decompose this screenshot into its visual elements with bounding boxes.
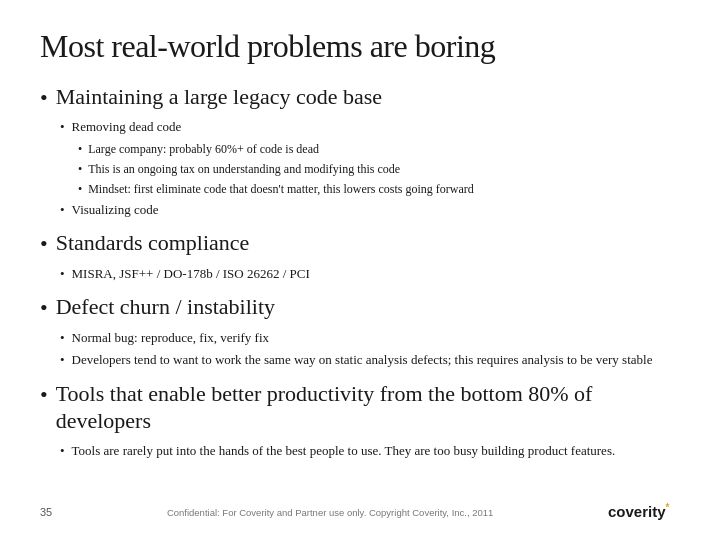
- bullet-d2: • Developers tend to want to work the sa…: [60, 350, 680, 370]
- section-standards: • Standards compliance • MISRA, JSF++ / …: [40, 229, 680, 283]
- bullet-r2: • This is an ongoing tax on understandin…: [78, 160, 680, 178]
- copyright-text: Confidential: For Coverity and Partner u…: [167, 507, 494, 518]
- bullet-marker-3: •: [40, 295, 48, 321]
- marker-d1: •: [60, 328, 65, 348]
- bullet-tools: • Tools that enable better productivity …: [40, 380, 680, 435]
- bullet-marker-2: •: [40, 231, 48, 257]
- bullet-t1: • Tools are rarely put into the hands of…: [60, 441, 680, 461]
- text-d2: Developers tend to want to work the same…: [72, 350, 653, 370]
- marker-misra: •: [60, 264, 65, 284]
- bullet-defect: • Defect churn / instability: [40, 293, 680, 321]
- marker-t1: •: [60, 441, 65, 461]
- slide: Most real-world problems are boring • Ma…: [0, 0, 720, 540]
- logo: coverity*: [608, 498, 680, 526]
- logo-box: coverity*: [608, 498, 680, 526]
- sub-defect: • Normal bug: reproduce, fix, verify fix…: [60, 328, 680, 370]
- bullet-removing: • Removing dead code: [60, 117, 680, 137]
- text-tools: Tools that enable better productivity fr…: [56, 380, 680, 435]
- marker-visualizing: •: [60, 200, 65, 220]
- sub-maintaining: • Removing dead code • Large company: pr…: [60, 117, 680, 219]
- bullet-misra: • MISRA, JSF++ / DO-178b / ISO 26262 / P…: [60, 264, 680, 284]
- text-r2: This is an ongoing tax on understanding …: [88, 160, 400, 178]
- section-maintaining: • Maintaining a large legacy code base •…: [40, 83, 680, 219]
- bullet-visualizing: • Visualizing code: [60, 200, 680, 220]
- text-d1: Normal bug: reproduce, fix, verify fix: [72, 328, 269, 348]
- bullet-standards: • Standards compliance: [40, 229, 680, 257]
- text-removing: Removing dead code: [72, 117, 182, 137]
- marker-r3: •: [78, 180, 82, 198]
- footer: 35 Confidential: For Coverity and Partne…: [40, 498, 680, 526]
- bullet-maintaining: • Maintaining a large legacy code base: [40, 83, 680, 111]
- sub-removing: • Large company: probably 60%+ of code i…: [60, 140, 680, 198]
- sub-standards: • MISRA, JSF++ / DO-178b / ISO 26262 / P…: [60, 264, 680, 284]
- section-tools: • Tools that enable better productivity …: [40, 380, 680, 461]
- section-defect: • Defect churn / instability • Normal bu…: [40, 293, 680, 369]
- bullet-r3: • Mindset: first eliminate code that doe…: [78, 180, 680, 198]
- bullet-r1: • Large company: probably 60%+ of code i…: [78, 140, 680, 158]
- text-standards: Standards compliance: [56, 229, 250, 257]
- text-misra: MISRA, JSF++ / DO-178b / ISO 26262 / PCI: [72, 264, 310, 284]
- text-r3: Mindset: first eliminate code that doesn…: [88, 180, 474, 198]
- text-visualizing: Visualizing code: [72, 200, 159, 220]
- logo-asterisk: *: [666, 502, 670, 513]
- logo-wordmark: coverity*: [608, 502, 669, 520]
- marker-d2: •: [60, 350, 65, 370]
- bullet-marker-1: •: [40, 85, 48, 111]
- marker-r1: •: [78, 140, 82, 158]
- text-r1: Large company: probably 60%+ of code is …: [88, 140, 319, 158]
- bullet-marker-4: •: [40, 382, 48, 408]
- text-t1: Tools are rarely put into the hands of t…: [72, 441, 616, 461]
- page-number: 35: [40, 506, 52, 518]
- marker-r2: •: [78, 160, 82, 178]
- slide-title: Most real-world problems are boring: [40, 28, 680, 65]
- text-defect: Defect churn / instability: [56, 293, 275, 321]
- marker-removing: •: [60, 117, 65, 137]
- sub-tools: • Tools are rarely put into the hands of…: [60, 441, 680, 461]
- text-maintaining: Maintaining a large legacy code base: [56, 83, 382, 111]
- slide-content: • Maintaining a large legacy code base •…: [40, 83, 680, 460]
- bullet-d1: • Normal bug: reproduce, fix, verify fix: [60, 328, 680, 348]
